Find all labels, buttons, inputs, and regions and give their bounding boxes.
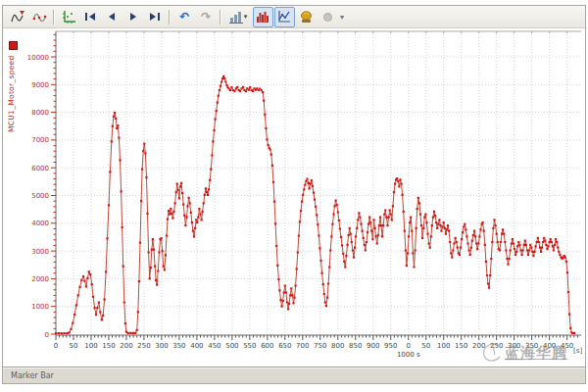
print-glyph <box>299 10 314 24</box>
axis-scale-glyph <box>62 10 76 24</box>
svg-text:150: 150 <box>102 342 115 350</box>
svg-text:4000: 4000 <box>31 220 49 227</box>
svg-text:250: 250 <box>137 342 150 350</box>
goto-end-glyph <box>149 11 161 23</box>
svg-text:600: 600 <box>261 342 273 350</box>
svg-text:100: 100 <box>84 342 97 350</box>
svg-text:6000: 6000 <box>31 165 49 172</box>
toolbar-overflow-icon[interactable]: ▾ <box>340 13 344 22</box>
chevron-down-icon: ▾ <box>244 13 248 21</box>
svg-text:9000: 9000 <box>31 81 49 89</box>
signal-trace-icon[interactable] <box>8 7 28 27</box>
measurement-window: ↶ ↷ ▾ <box>2 5 586 384</box>
chart-canvas[interactable]: 0100020003000400050006000700080009000100… <box>3 29 585 383</box>
goto-start-icon[interactable] <box>80 7 101 27</box>
svg-text:450: 450 <box>208 342 220 350</box>
svg-text:850: 850 <box>349 342 362 350</box>
svg-text:50: 50 <box>421 342 430 350</box>
toolbar-separator <box>53 10 55 24</box>
svg-text:800: 800 <box>331 342 344 350</box>
svg-text:250: 250 <box>490 342 503 350</box>
goto-start-glyph <box>84 11 96 23</box>
svg-text:0: 0 <box>406 342 410 350</box>
svg-text:[s]: [s] <box>573 347 582 355</box>
goto-end-icon[interactable] <box>145 7 166 27</box>
svg-text:0: 0 <box>45 331 49 339</box>
bar-chart-dropdown-icon[interactable]: ▾ <box>225 7 252 27</box>
options-icon[interactable] <box>318 7 338 27</box>
redo-glyph: ↷ <box>201 11 211 23</box>
sine-curve-icon[interactable] <box>29 7 50 27</box>
svg-text:450: 450 <box>561 342 573 350</box>
svg-text:650: 650 <box>278 342 291 350</box>
svg-text:350: 350 <box>525 342 538 350</box>
svg-text:2000: 2000 <box>31 275 49 283</box>
svg-text:5000: 5000 <box>31 192 49 200</box>
svg-text:400: 400 <box>190 342 203 350</box>
redo-icon[interactable]: ↷ <box>196 7 217 27</box>
signal-trace-glyph <box>11 10 25 24</box>
toolbar-separator <box>220 10 221 24</box>
line-chart-glyph <box>277 10 291 24</box>
toolbar: ↶ ↷ ▾ <box>3 6 585 28</box>
svg-text:950: 950 <box>384 342 397 350</box>
undo-glyph: ↶ <box>179 11 189 23</box>
svg-text:200: 200 <box>472 342 485 350</box>
svg-text:100: 100 <box>437 342 450 350</box>
svg-text:0: 0 <box>54 342 58 350</box>
signal-label: MCU1_Motor_speed <box>7 55 16 132</box>
step-back-icon[interactable] <box>102 7 122 27</box>
histogram-icon[interactable] <box>253 7 273 27</box>
svg-text:3000: 3000 <box>31 248 49 256</box>
signal-color-chip <box>9 41 18 50</box>
print-icon[interactable] <box>296 7 317 27</box>
svg-text:400: 400 <box>543 342 556 350</box>
svg-text:10000: 10000 <box>27 54 49 62</box>
svg-text:900: 900 <box>367 342 379 350</box>
step-back-glyph <box>106 11 118 23</box>
svg-text:7000: 7000 <box>31 136 49 144</box>
svg-text:300: 300 <box>508 342 520 350</box>
status-bar-text: Marker Bar <box>11 371 54 380</box>
svg-text:200: 200 <box>120 342 132 350</box>
step-forward-glyph <box>127 11 139 23</box>
svg-text:1000: 1000 <box>31 303 49 311</box>
svg-text:50: 50 <box>70 342 78 350</box>
undo-icon[interactable]: ↶ <box>174 7 195 27</box>
svg-text:750: 750 <box>314 342 326 350</box>
svg-text:1000 s: 1000 s <box>397 351 420 359</box>
axis-scale-icon[interactable] <box>59 7 79 27</box>
svg-text:550: 550 <box>243 342 256 350</box>
status-bar: Marker Bar <box>3 367 585 383</box>
toolbar-separator <box>169 10 171 24</box>
svg-text:300: 300 <box>155 342 168 350</box>
svg-text:8000: 8000 <box>31 109 49 117</box>
svg-text:700: 700 <box>296 342 309 350</box>
bar-chart-glyph <box>229 10 243 24</box>
svg-text:500: 500 <box>225 342 238 350</box>
step-forward-icon[interactable] <box>123 7 144 27</box>
line-chart-icon[interactable] <box>274 7 295 27</box>
sine-curve-glyph <box>32 10 47 24</box>
svg-text:350: 350 <box>172 342 185 350</box>
svg-text:150: 150 <box>455 342 467 350</box>
options-dot-glyph <box>323 13 332 22</box>
histogram-glyph <box>256 10 270 24</box>
